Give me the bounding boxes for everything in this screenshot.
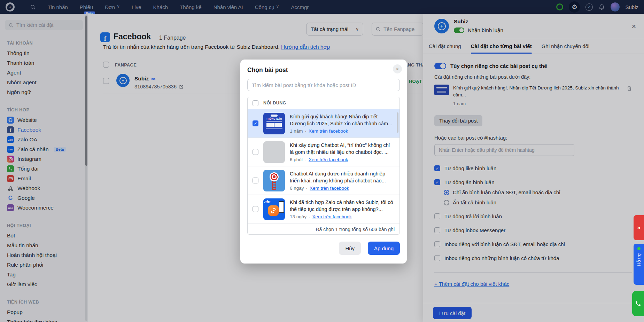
post-thumbnail [263, 170, 285, 191]
post-list-header-label: NỘI DUNG [263, 101, 286, 105]
post-time: 1 năm [290, 128, 303, 134]
modal-close-icon[interactable]: ✕ [393, 64, 402, 73]
post-meta: 13 ngày·Xem trên facebook [290, 214, 395, 219]
app-root: + Tin nhắnPhiếuBetaĐơn∨LiveKháchThống kê… [0, 0, 644, 322]
collapse-widget-red[interactable]: » [634, 215, 644, 240]
post-thumbnail: THÔNG BÁO [263, 113, 285, 134]
post-row-0[interactable]: ✓THÔNG BÁOKính gửi quý khách hàng! Nhân … [248, 109, 399, 138]
double-chevron-icon: » [637, 224, 640, 231]
post-list-header: NỘI DUNG [248, 97, 399, 109]
meta-dot: · [305, 128, 307, 134]
select-all-posts-checkbox[interactable] [253, 100, 258, 106]
modal-buttons: Hủy Áp dụng [247, 242, 400, 255]
modal-title: Chọn bài post [247, 66, 400, 74]
post-checkbox-1[interactable] [253, 149, 258, 155]
cancel-button[interactable]: Hủy [339, 242, 361, 255]
post-text: Khi xây dựng Chatbot AI, “trí thức” khôn… [290, 142, 395, 162]
view-on-facebook-link[interactable]: Xem trên facebook [309, 128, 348, 134]
post-checkbox-3[interactable] [253, 206, 258, 212]
post-row-3[interactable]: aloKhi đã tích hợp Zalo cá nhân vào Subi… [248, 195, 399, 223]
post-row-2[interactable]: Chatbot AI đang được nhiều doanh nghiệp … [248, 166, 399, 195]
support-tab-label: Hỗ trợ [636, 253, 642, 266]
post-text: Chatbot AI đang được nhiều doanh nghiệp … [290, 170, 395, 191]
apply-button[interactable]: Áp dụng [368, 242, 400, 255]
meta-dot: · [305, 157, 307, 162]
post-row-1[interactable]: Khi xây dựng Chatbot AI, “trí thức” khôn… [248, 138, 399, 166]
view-on-facebook-link[interactable]: Xem trên facebook [310, 186, 349, 191]
support-tab[interactable]: Hỗ trợ [634, 244, 644, 285]
post-title: Khi xây dựng Chatbot AI, “trí thức” khôn… [290, 142, 395, 156]
post-title: Kính gửi quý khách hàng! Nhân dịp Tết Dư… [290, 113, 395, 127]
post-time: 6 ngày [290, 186, 304, 191]
post-time: 13 ngày [290, 214, 307, 219]
call-widget[interactable] [632, 291, 644, 316]
post-meta: 1 năm·Xem trên facebook [290, 128, 395, 134]
post-list-scrollbar[interactable] [397, 112, 398, 133]
view-on-facebook-link[interactable]: Xem trên facebook [312, 214, 352, 219]
post-thumbnail: alo [263, 198, 285, 220]
post-thumbnail [263, 141, 285, 163]
post-meta: 6 phút·Xem trên facebook [290, 157, 395, 162]
post-title: Khi đã tích hợp Zalo cá nhân vào Subiz, … [290, 199, 395, 213]
post-list: NỘI DUNG ✓THÔNG BÁOKính gửi quý khách hà… [247, 97, 400, 235]
post-meta: 6 ngày·Xem trên facebook [290, 186, 395, 191]
post-search-input[interactable] [247, 79, 400, 91]
post-checkbox-0[interactable]: ✓ [253, 120, 258, 126]
post-title: Chatbot AI đang được nhiều doanh nghiệp … [290, 170, 395, 184]
post-text: Kính gửi quý khách hàng! Nhân dịp Tết Dư… [290, 113, 395, 134]
online-dot-icon [637, 247, 641, 250]
post-list-footer: Đã chọn 1 trong tổng số 603 bản ghi [248, 223, 399, 235]
post-time: 6 phút [290, 157, 303, 162]
view-on-facebook-link[interactable]: Xem trên facebook [309, 157, 348, 162]
meta-dot: · [309, 214, 310, 219]
post-text: Khi đã tích hợp Zalo cá nhân vào Subiz, … [290, 199, 395, 219]
post-checkbox-2[interactable] [253, 178, 258, 183]
post-rows: ✓THÔNG BÁOKính gửi quý khách hàng! Nhân … [248, 109, 399, 223]
choose-post-modal: Chọn bài post ✕ NỘI DUNG ✓THÔNG BÁOKính … [240, 60, 407, 264]
phone-icon [635, 300, 641, 307]
meta-dot: · [306, 186, 308, 191]
